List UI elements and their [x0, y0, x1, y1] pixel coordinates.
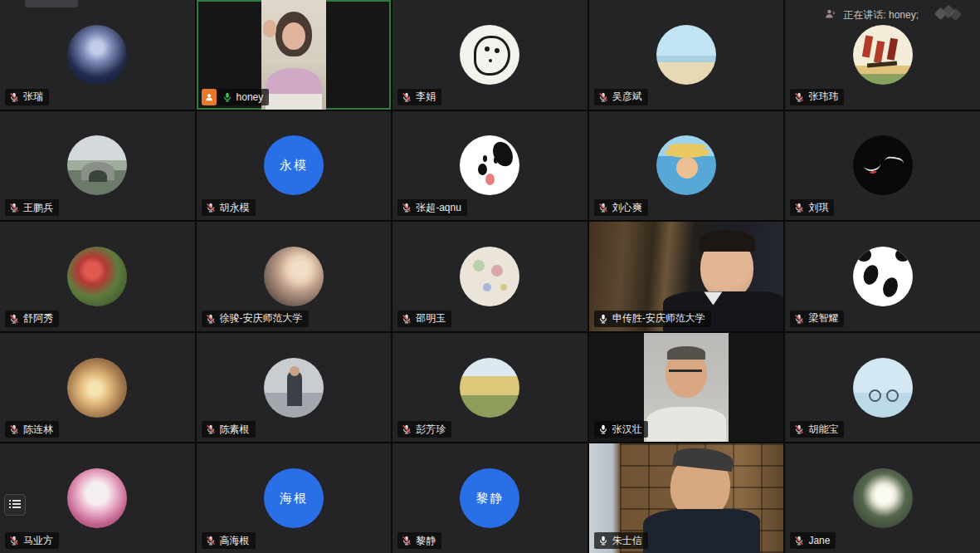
mic-muted-icon	[794, 314, 804, 324]
person-speaking-icon	[825, 7, 836, 22]
participant-tile[interactable]: 舒阿秀	[0, 222, 195, 331]
participant-tile[interactable]: 张汉壮	[589, 333, 784, 443]
video-feed	[644, 333, 729, 443]
name-tag: 朱士信	[594, 532, 648, 549]
name-tag-box: 陈素根	[202, 421, 256, 438]
watermark-logo	[932, 4, 965, 27]
mic-active-icon	[222, 92, 232, 102]
participant-name: 张超-aqnu	[416, 201, 461, 215]
mic-muted-icon	[402, 203, 412, 213]
avatar	[853, 25, 913, 85]
name-tag: 王鹏兵	[5, 199, 59, 216]
participant-tile[interactable]: 胡能宝	[785, 333, 980, 443]
avatar: 黎静	[460, 468, 519, 528]
avatar	[460, 25, 519, 85]
mic-muted-icon	[206, 203, 216, 213]
name-tag-box: 梁智耀	[790, 311, 844, 327]
participant-tile[interactable]: honey	[197, 0, 392, 110]
name-tag: 马业方	[5, 532, 59, 549]
participant-tile[interactable]: 黎静黎静	[392, 443, 588, 553]
participant-tile[interactable]: 陈连林	[0, 333, 195, 443]
participant-tile[interactable]: 刘琪	[785, 111, 980, 221]
video-feed	[261, 0, 326, 110]
participant-tile[interactable]: Jane	[785, 443, 980, 553]
participant-tile[interactable]: 李娟	[392, 0, 588, 110]
name-tag: 刘心爽	[594, 199, 648, 216]
participant-tile[interactable]: 海根高海根	[197, 443, 392, 553]
participant-tile[interactable]: 张瑞	[0, 0, 195, 110]
avatar	[460, 358, 519, 418]
participant-tile[interactable]: 吴彦斌	[589, 0, 784, 110]
avatar	[460, 247, 519, 306]
avatar	[656, 25, 716, 85]
name-tag-box: 胡能宝	[790, 421, 844, 438]
participant-tile[interactable]: 徐骏-安庆师范大学	[197, 222, 392, 331]
avatar: 永模	[264, 135, 324, 195]
avatar	[460, 135, 519, 195]
name-tag: Jane	[790, 532, 836, 549]
avatar	[264, 247, 324, 306]
participant-name: 刘心爽	[612, 201, 642, 215]
participant-name: 舒阿秀	[23, 311, 53, 325]
name-tag-box: 刘琪	[790, 199, 834, 216]
mic-muted-icon	[9, 424, 19, 434]
layout-list-button[interactable]	[4, 494, 26, 516]
name-tag-box: honey	[218, 89, 270, 105]
name-tag: 黎静	[397, 532, 441, 549]
name-tag-box: 朱士信	[594, 532, 648, 549]
participant-name: 刘琪	[808, 201, 828, 215]
avatar	[67, 247, 127, 306]
mic-muted-icon	[402, 424, 412, 434]
name-tag-box: 张汉壮	[594, 421, 648, 438]
speaking-indicator-text: 正在讲话: honey;	[843, 8, 919, 22]
mic-muted-icon	[9, 536, 19, 546]
participant-tile[interactable]: 朱士信	[589, 443, 784, 553]
participant-name: 张瑞	[23, 90, 43, 104]
mic-muted-icon	[9, 92, 19, 102]
mic-muted-icon	[402, 314, 412, 324]
name-tag-box: 高海根	[202, 532, 256, 549]
participant-tile[interactable]: 马业方	[0, 443, 195, 553]
participant-name: 马业方	[23, 534, 53, 548]
mic-muted-icon	[9, 203, 19, 213]
avatar	[67, 358, 127, 418]
name-tag: 胡能宝	[790, 421, 844, 438]
avatar-initials: 永模	[280, 158, 308, 174]
avatar: 海根	[264, 468, 324, 528]
name-tag: 梁智耀	[790, 311, 844, 327]
avatar	[853, 247, 913, 306]
name-tag: 张汉壮	[594, 421, 648, 438]
participant-tile[interactable]: 梁智耀	[785, 222, 980, 331]
participant-tile[interactable]: 刘心爽	[589, 111, 784, 221]
participant-tile[interactable]: 申传胜-安庆师范大学	[589, 222, 784, 331]
participant-name: 黎静	[416, 534, 436, 548]
name-tag: 彭芳珍	[397, 421, 451, 438]
participant-tile[interactable]: 永模胡永模	[197, 111, 392, 221]
name-tag: 申传胜-安庆师范大学	[594, 311, 711, 327]
avatar	[853, 358, 913, 418]
mic-muted-icon	[9, 314, 19, 324]
name-tag: 刘琪	[790, 199, 834, 216]
mic-muted-icon	[794, 424, 804, 434]
participant-tile[interactable]: 邵明玉	[392, 222, 588, 331]
mic-muted-icon	[206, 536, 216, 546]
mic-muted-icon	[402, 536, 412, 546]
participant-name: 邵明玉	[416, 311, 446, 325]
participant-tile[interactable]: 王鹏兵	[0, 111, 195, 221]
participant-tile[interactable]: 张超-aqnu	[392, 111, 588, 221]
name-tag-box: 徐骏-安庆师范大学	[202, 311, 309, 327]
name-tag-box: 张玮玮	[790, 89, 844, 105]
participant-tile[interactable]: 陈素根	[197, 333, 392, 443]
mic-muted-icon	[794, 536, 804, 546]
meeting-gallery-view: 张瑞honey李娟吴彦斌张玮玮王鹏兵永模胡永模张超-aqnu刘心爽刘琪舒阿秀徐骏…	[0, 0, 980, 553]
mic-muted-icon	[402, 92, 412, 102]
name-tag-box: 李娟	[397, 89, 441, 105]
participant-name: 吴彦斌	[612, 90, 642, 104]
name-tag-box: 申传胜-安庆师范大学	[594, 311, 711, 327]
participant-name: 李娟	[416, 90, 436, 104]
avatar	[853, 135, 913, 195]
participant-tile[interactable]: 彭芳珍	[392, 333, 588, 443]
speaking-indicator: 正在讲话: honey;	[825, 7, 919, 22]
name-tag-box: 张超-aqnu	[397, 199, 467, 216]
name-tag: 张玮玮	[790, 89, 844, 105]
